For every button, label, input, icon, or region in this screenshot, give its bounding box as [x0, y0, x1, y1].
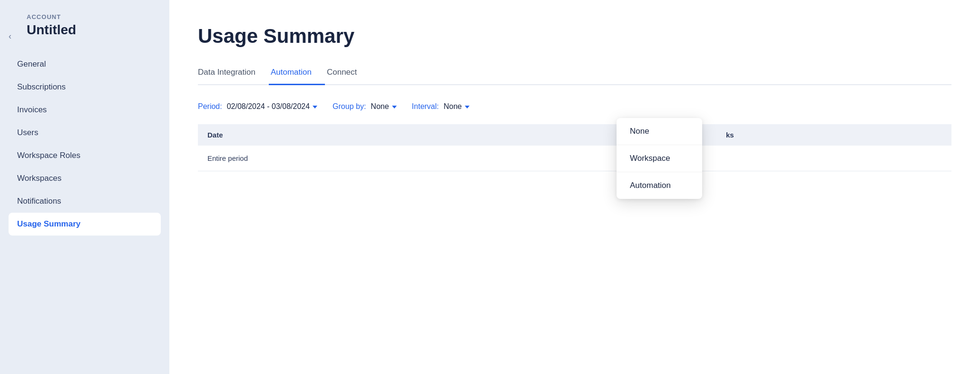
group-by-chevron-icon: [392, 106, 397, 108]
group-by-value-dropdown[interactable]: None: [371, 102, 396, 111]
page-title: Usage Summary: [198, 25, 951, 48]
sidebar-item-notifications[interactable]: Notifications: [9, 190, 161, 213]
account-name: Untitled: [27, 22, 152, 38]
period-value-dropdown[interactable]: 02/08/2024 - 03/08/2024: [227, 102, 317, 111]
filters-row: Period: 02/08/2024 - 03/08/2024 Group by…: [198, 102, 951, 111]
dropdown-item-automation[interactable]: Automation: [617, 172, 702, 199]
sidebar-item-invoices[interactable]: Invoices: [9, 98, 161, 121]
account-section: ‹ ACCOUNT Untitled: [0, 13, 169, 53]
sidebar-item-workspace-roles[interactable]: Workspace Roles: [9, 144, 161, 167]
sidebar-nav: General Subscriptions Invoices Users Wor…: [0, 53, 169, 236]
back-icon[interactable]: ‹: [9, 31, 11, 41]
tab-connect[interactable]: Connect: [325, 63, 370, 85]
interval-value-text: None: [444, 102, 462, 111]
period-chevron-icon: [313, 106, 317, 108]
data-table: Date ks Entire period: [198, 124, 951, 171]
tab-automation[interactable]: Automation: [269, 63, 325, 85]
period-value-text: 02/08/2024 - 03/08/2024: [227, 102, 310, 111]
sidebar-item-usage-summary[interactable]: Usage Summary: [9, 213, 161, 236]
dropdown-item-none[interactable]: None: [617, 118, 702, 145]
sidebar: ‹ ACCOUNT Untitled General Subscriptions…: [0, 0, 169, 374]
interval-label: Interval:: [412, 102, 439, 111]
table-row: Entire period: [198, 146, 951, 171]
period-filter: Period: 02/08/2024 - 03/08/2024: [198, 102, 317, 111]
table-header-ks: ks: [716, 124, 951, 146]
sidebar-item-users[interactable]: Users: [9, 121, 161, 144]
sidebar-item-workspaces[interactable]: Workspaces: [9, 167, 161, 190]
tabs-bar: Data Integration Automation Connect: [198, 63, 951, 85]
group-by-dropdown: None Workspace Automation: [617, 118, 702, 199]
interval-filter: Interval: None: [412, 102, 470, 111]
table-cell-ks: [716, 146, 951, 171]
group-by-label: Group by:: [333, 102, 366, 111]
interval-chevron-icon: [465, 106, 470, 108]
sidebar-item-general[interactable]: General: [9, 53, 161, 76]
interval-value-dropdown[interactable]: None: [444, 102, 470, 111]
tab-data-integration[interactable]: Data Integration: [198, 63, 269, 85]
period-label: Period:: [198, 102, 222, 111]
group-by-filter: Group by: None: [333, 102, 397, 111]
sidebar-item-subscriptions[interactable]: Subscriptions: [9, 76, 161, 98]
group-by-value-text: None: [371, 102, 389, 111]
main-content: Usage Summary Data Integration Automatio…: [169, 0, 980, 374]
account-label: ACCOUNT: [27, 13, 152, 20]
dropdown-item-workspace[interactable]: Workspace: [617, 145, 702, 172]
